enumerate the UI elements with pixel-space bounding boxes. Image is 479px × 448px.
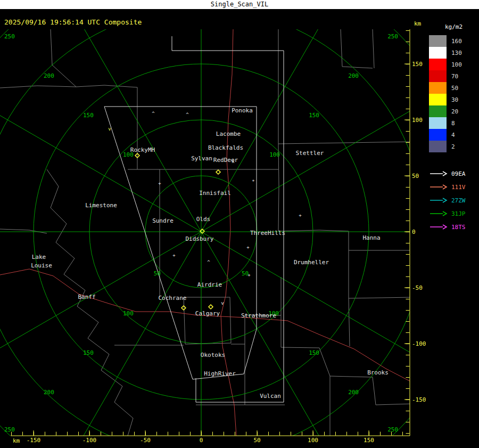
ring-distance-label: 150 [309,349,319,356]
x-axis-tick-label: -150 [27,437,41,444]
scale-unit-label: kg/m2 [445,23,463,30]
radar-id-label: 31JP [451,210,466,217]
color-swatch [429,59,447,70]
ring-distance-label: 250 [387,426,398,433]
radial-lines [0,0,426,448]
y-axis-tick-label: 150 [412,61,423,68]
scale-level-label: 4 [451,132,455,139]
city-label: RedDeer [213,157,238,164]
y-axis-tick-label: -50 [412,284,423,291]
x-axis-tick-label: -50 [140,437,151,444]
town-marker-icon: ^ [207,259,210,265]
city-label: Limestone [85,202,117,209]
radar-id-label: 111V [451,184,466,191]
city-label: RockyMH [130,146,155,153]
radar-arrow-icon [443,211,447,216]
color-swatch [429,70,447,82]
city-label: Strathmore [241,312,276,319]
ring-distance-label: 50 [154,270,161,277]
scale-level-label: 8 [451,120,455,127]
town-marker-icon: + [299,213,302,218]
town-marker-icon: ^ [152,111,155,116]
color-swatch [429,82,447,94]
town-marker-icon: + [172,252,176,258]
radar-id-label: 27ZW [451,197,466,204]
ring-distance-label: 200 [348,72,359,79]
city-label: Louise [31,262,52,269]
radar-arrow-legend: 09EA 111V 27ZW 31JP 18TS [429,169,479,236]
color-scale: 160 130 100 70 50 30 20 8 4 2 [429,35,462,152]
ring-distance-label: 100 [123,310,134,317]
scale-level-label: 30 [451,96,458,103]
city-label: Sylvan [191,155,212,162]
y-axis-tick-label: 50 [412,173,419,180]
ring-distance-label: 250 [4,426,15,433]
color-swatch [429,141,447,152]
ring-distance-label: 150 [83,349,94,356]
city-label: Lake [32,254,46,260]
town-marker-icon: + [158,181,161,186]
x-axis-tick-label: 50 [253,437,260,444]
y-axis-tick-label: 100 [412,117,423,124]
ring-distance-label: 250 [4,33,15,40]
city-label: Stettler [296,150,324,157]
city-label: Brooks [367,369,389,376]
ring-distance-label: 150 [309,112,319,119]
radar-arrow-icon [443,198,447,202]
scale-level-label: 2 [451,143,455,150]
town-marker-icon: + [246,245,250,250]
city-label: Hanna [362,234,380,241]
city-label: Ponoka [232,107,253,114]
range-rings [0,0,426,448]
ring-distance-label: 100 [269,151,280,158]
scale-level-label: 70 [451,73,458,80]
city-label: HighRiver [204,370,236,377]
town-marker-icon: ^ [186,112,189,117]
color-swatch [429,117,447,129]
city-label: Airdrie [197,281,222,288]
scale-level-label: 50 [451,85,458,92]
city-label: Banff [78,294,95,300]
radar-id-label: 09EA [451,170,466,177]
diamond-marker-icon [181,306,186,310]
ring-distance-label: 200 [348,389,359,396]
x-axis-tick-label: -100 [82,437,97,444]
y-axis-unit-label: km [414,20,422,27]
town-marker-icon: v [108,126,111,132]
town-marker-icon: + [247,272,251,278]
scale-level-label: 130 [451,50,462,56]
scale-level-label: 160 [451,38,462,45]
radar-arrow-icon [443,185,447,189]
color-swatch [429,94,447,105]
ring-distance-label: 200 [44,389,54,396]
color-swatch [429,35,447,47]
x-axis-tick-label: 100 [308,437,318,444]
radar-id-label: 18TS [451,224,466,231]
city-label: Sundre [152,217,174,224]
radar-arrow-icon [443,225,447,229]
city-label: Blackfalds [208,144,243,151]
diamond-marker-icon [216,170,220,174]
diamond-marker-icon [209,305,213,309]
radar-arrow-icon [443,172,447,176]
city-label: Vulcan [260,393,281,400]
ring-distance-label: 250 [387,33,398,40]
city-label: Innisfail [199,190,231,197]
city-label: Lacombe [216,131,241,137]
city-label: Okotoks [201,352,225,359]
ring-distance-label: 150 [83,112,94,119]
y-axis-tick-label: 0 [412,229,416,235]
x-axis-unit-label: km [13,437,20,444]
x-axis-tick-label: 0 [200,437,203,444]
city-label: Drumheller [294,259,329,266]
legend-panel: kg/m2 160 130 100 70 50 30 20 8 4 2 09EA… [426,0,479,448]
radar-map-canvas[interactable]: 250 200 150 100 250 200 150 100 50 50 10… [0,0,426,448]
city-label: Calgary [195,310,220,317]
city-label: ThreeHills [250,230,285,237]
scale-level-label: 20 [451,108,458,115]
color-swatch [429,105,447,117]
x-axis-tick-label: 150 [364,437,374,444]
scale-level-label: 100 [451,61,462,68]
y-axis-tick-label: -100 [412,340,426,347]
town-marker-icon: v [221,300,224,306]
